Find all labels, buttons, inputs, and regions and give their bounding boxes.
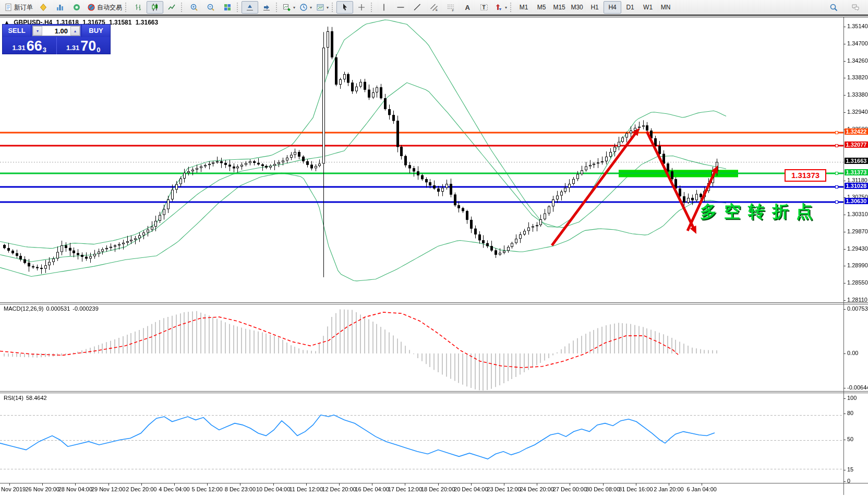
volume-input[interactable]: 1.00	[42, 26, 70, 36]
toolbar-group-scroll	[242, 1, 275, 14]
date-tick-label: 2 Jan 20:00	[654, 486, 684, 492]
tf-w1-button[interactable]: W1	[639, 1, 657, 14]
symbol-search-button[interactable]	[825, 1, 842, 14]
rsi-indicator-label: RSI(14)58.4642	[4, 395, 50, 401]
buy-price-sup: 0	[97, 46, 100, 53]
fibonacci-button[interactable]: F	[442, 1, 459, 14]
current-price-label: 1.31663	[845, 158, 868, 164]
toolbar-separator	[332, 3, 334, 12]
toolbar-group-chart-types	[130, 1, 180, 14]
tf-h4-button[interactable]: H4	[604, 1, 621, 14]
arrows-button[interactable]: ▾	[492, 1, 509, 14]
date-tick-label: 30 Dec 08:00	[586, 486, 620, 492]
buy-price-big: 70	[80, 39, 96, 53]
text-label-button[interactable]: T	[476, 1, 492, 14]
cursor-button[interactable]	[336, 1, 353, 14]
periods-button[interactable]: ▾	[297, 1, 314, 14]
tf-mn-button[interactable]: MN	[657, 1, 674, 14]
line-chart-button[interactable]	[163, 1, 180, 14]
rsi-tick-label: 0	[847, 478, 850, 484]
crosshair-button[interactable]	[353, 1, 370, 14]
clock-icon	[299, 3, 308, 11]
zoom-in-button[interactable]	[186, 1, 202, 14]
tf-m5-label: M5	[537, 4, 546, 11]
chart-shift-button[interactable]	[242, 1, 258, 14]
price-tick-label: 1.32940	[847, 109, 868, 115]
sell-button[interactable]: SELL	[3, 25, 31, 37]
auto-scroll-button[interactable]	[258, 1, 275, 14]
zoom-out-button[interactable]	[202, 1, 219, 14]
toolbar-separator	[237, 3, 239, 12]
rsi-tick-label: 15	[847, 466, 853, 473]
new-chart-button[interactable]: ▾	[281, 1, 297, 14]
hline-price-label: 1.32422	[845, 128, 868, 135]
hline-icon	[396, 3, 405, 11]
date-tick-label: 29 Nov 12:00	[91, 486, 125, 492]
tf-m15-button[interactable]: M15	[550, 1, 568, 14]
tf-m1-button[interactable]: M1	[515, 1, 533, 14]
rsi-tick-label: 50	[847, 436, 853, 442]
macd-tick-label: 0.00	[847, 350, 858, 356]
alerts-icon	[73, 3, 81, 11]
autotrading-button[interactable]: 自动交易	[85, 1, 124, 14]
data-window-icon	[56, 3, 64, 11]
tf-w1-label: W1	[643, 4, 653, 11]
autotrading-label: 自动交易	[97, 3, 122, 12]
ohlc-low: 1.31581	[109, 19, 131, 26]
tf-h1-button[interactable]: H1	[586, 1, 604, 14]
date-tick-label: 11 Dec 12:00	[289, 486, 323, 492]
one-click-trading-panel: SELL ▾ 1.00 ▴ BUY 1.31 66 3 1.31 70 0	[2, 24, 111, 54]
vertical-line-button[interactable]	[376, 1, 392, 14]
candles-chart-button[interactable]	[147, 1, 163, 14]
mt4-window: 新订单自动交易▾▾▾EFAT▾M1M5M15M30H1H4D1W1MN ▲ GB…	[0, 0, 868, 496]
horizontal-line-button[interactable]	[392, 1, 409, 14]
svg-text:F: F	[452, 9, 454, 12]
macd-indicator-label: MACD(12,26,9)0.000531-0.000239	[4, 305, 101, 312]
date-tick-label: 31 Dec 16:00	[619, 486, 653, 492]
chevron-down-icon: ▾	[327, 5, 329, 10]
date-tick-label: 28 Nov 04:00	[58, 486, 92, 492]
tf-m30-label: M30	[571, 4, 583, 11]
volume-up-button[interactable]: ▴	[70, 26, 80, 36]
date-tick-label: 2 Dec 20:00	[126, 486, 156, 492]
price-annotation-box[interactable]: 1.31373	[785, 169, 826, 182]
tf-m1-label: M1	[520, 4, 528, 11]
text-button[interactable]: A	[459, 1, 476, 14]
date-tick-label: 26 Nov 20:00	[25, 486, 59, 492]
toolbar-group-standard: 新订单自动交易	[2, 1, 124, 14]
hline-price-label: 1.32077	[845, 141, 868, 148]
svg-text:T: T	[483, 5, 486, 10]
new-order-button[interactable]: 新订单	[2, 1, 35, 14]
new-order-label: 新订单	[14, 3, 33, 12]
macd-tick-label: 0.007538	[847, 305, 868, 312]
toolbar-separator	[371, 3, 373, 12]
trendline-button[interactable]	[409, 1, 426, 14]
buy-button[interactable]: BUY	[81, 25, 110, 37]
macd-tick-label: -0.006446	[847, 384, 868, 391]
buy-price[interactable]: 1.31 70 0	[57, 37, 111, 54]
equidistant-channel-button[interactable]: E	[426, 1, 442, 14]
toolbar-separator	[125, 3, 128, 12]
chart-canvas[interactable]	[0, 0, 868, 496]
zoom-out-icon	[207, 3, 215, 11]
sell-price[interactable]: 1.31 66 3	[3, 37, 57, 54]
alerts-button[interactable]	[68, 1, 85, 14]
bars-chart-button[interactable]	[130, 1, 147, 14]
tf-m5-button[interactable]: M5	[533, 1, 550, 14]
turning-point-annotation[interactable]: 多空转折点	[700, 200, 820, 223]
tf-m30-button[interactable]: M30	[568, 1, 586, 14]
trendline-icon	[413, 3, 421, 11]
tf-d1-button[interactable]: D1	[621, 1, 639, 14]
price-tick-label: 1.29870	[847, 228, 868, 234]
data-window-button[interactable]	[52, 1, 68, 14]
price-tick-label: 1.28990	[847, 262, 868, 268]
market-watch-button[interactable]	[35, 1, 52, 14]
chevron-down-icon: ▾	[505, 5, 507, 10]
volume-down-button[interactable]: ▾	[33, 26, 42, 36]
cursor-icon	[341, 3, 349, 11]
tile-windows-button[interactable]	[219, 1, 236, 14]
chat-button[interactable]	[847, 1, 864, 14]
tf-h4-label: H4	[608, 4, 616, 11]
templates-button[interactable]: ▾	[314, 1, 331, 14]
toolbar-separator	[181, 3, 184, 12]
